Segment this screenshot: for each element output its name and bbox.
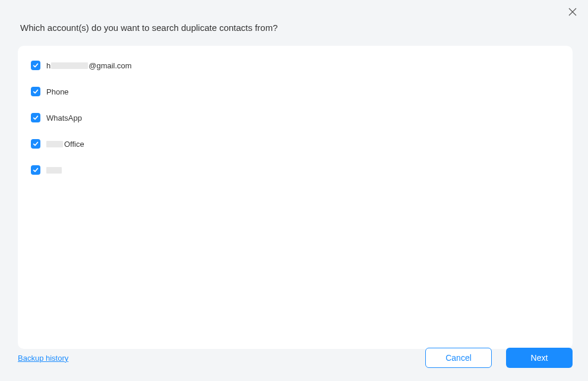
account-label-office: Office <box>46 140 84 149</box>
checkbox-office[interactable] <box>31 139 40 149</box>
check-icon <box>33 115 39 121</box>
content-panel: h@gmail.com Phone WhatsApp <box>18 46 573 349</box>
account-item-unknown[interactable] <box>31 165 559 175</box>
account-item-phone[interactable]: Phone <box>31 87 559 96</box>
account-item-office[interactable]: Office <box>31 139 559 149</box>
checkbox-unknown[interactable] <box>31 165 40 175</box>
account-label-unknown <box>46 167 62 174</box>
next-button[interactable]: Next <box>506 348 573 368</box>
backup-history-link[interactable]: Backup history <box>18 354 68 363</box>
dialog-title: Which account(s) do you want to search d… <box>0 0 588 33</box>
account-label-phone: Phone <box>46 87 69 96</box>
account-label-whatsapp: WhatsApp <box>46 114 82 122</box>
account-item-whatsapp[interactable]: WhatsApp <box>31 113 559 122</box>
dialog-footer: Backup history Cancel Next <box>18 348 573 368</box>
check-icon <box>33 62 39 68</box>
check-icon <box>33 89 39 95</box>
close-button[interactable] <box>568 7 577 17</box>
close-icon <box>568 8 577 16</box>
account-item-gmail[interactable]: h@gmail.com <box>31 61 559 70</box>
account-label-gmail: h@gmail.com <box>46 61 132 70</box>
button-group: Cancel Next <box>425 348 573 368</box>
account-list: h@gmail.com Phone WhatsApp <box>31 61 559 175</box>
cancel-button[interactable]: Cancel <box>425 348 492 368</box>
checkbox-gmail[interactable] <box>31 61 40 70</box>
redacted-text <box>46 167 62 174</box>
redacted-text <box>46 141 63 147</box>
check-icon <box>33 141 39 147</box>
check-icon <box>33 167 39 173</box>
label-suffix: Office <box>64 140 84 149</box>
checkbox-phone[interactable] <box>31 87 40 96</box>
label-prefix: h <box>46 61 50 70</box>
label-suffix: @gmail.com <box>88 61 131 70</box>
checkbox-whatsapp[interactable] <box>31 113 40 122</box>
redacted-text <box>51 62 88 69</box>
